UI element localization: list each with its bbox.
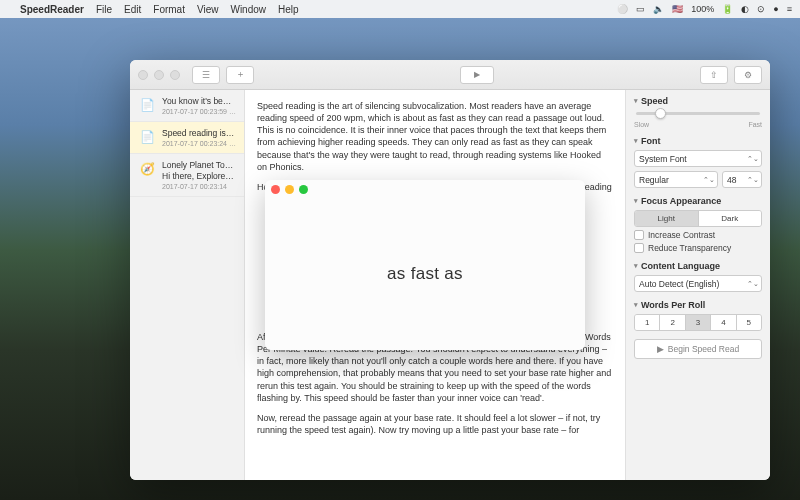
- paragraph: Now, reread the passage again at your ba…: [257, 412, 613, 436]
- slider-max-label: Fast: [748, 121, 762, 128]
- wpr-segmented: 1 2 3 4 5: [634, 314, 762, 331]
- app-name-menu[interactable]: SpeedReader: [20, 4, 84, 15]
- menu-file[interactable]: File: [96, 4, 112, 15]
- menu-edit[interactable]: Edit: [124, 4, 141, 15]
- sidebar-item[interactable]: 📄 You know it's been driven us from the …: [130, 90, 244, 122]
- menu-format[interactable]: Format: [153, 4, 185, 15]
- increase-contrast-checkbox[interactable]: [634, 230, 644, 240]
- play-icon: ▶: [657, 344, 664, 354]
- menu-help[interactable]: Help: [278, 4, 299, 15]
- sidebar-item-title: Speed reading is the art of silencing su…: [162, 128, 236, 138]
- sidebar-toggle-button[interactable]: ☰: [192, 66, 220, 84]
- status-icon-1[interactable]: ◐: [741, 4, 749, 14]
- speed-slider[interactable]: [636, 112, 760, 115]
- flag-icon[interactable]: 🇺🇸: [672, 4, 683, 14]
- sidebar: 📄 You know it's been driven us from the …: [130, 90, 245, 480]
- battery-text[interactable]: 100%: [691, 4, 714, 14]
- menu-view[interactable]: View: [197, 4, 219, 15]
- light-segment[interactable]: Light: [635, 211, 699, 226]
- font-size-select[interactable]: 48: [722, 171, 762, 188]
- battery-icon[interactable]: 🔋: [722, 4, 733, 14]
- dark-segment[interactable]: Dark: [699, 211, 762, 226]
- menu-window[interactable]: Window: [230, 4, 266, 15]
- language-select[interactable]: Auto Detect (English): [634, 275, 762, 292]
- settings-button[interactable]: ⚙: [734, 66, 762, 84]
- status-icon-3[interactable]: ●: [773, 4, 778, 14]
- slider-min-label: Slow: [634, 121, 649, 128]
- document-icon: 📄: [138, 128, 156, 146]
- sidebar-item-title: Lonely Planet To…: [162, 160, 236, 170]
- zoom-button[interactable]: [170, 70, 180, 80]
- focus-header[interactable]: Focus Appearance: [634, 196, 762, 206]
- sidebar-item-date: 2017-07-17 00:23:59 +0000: [162, 108, 236, 115]
- sidebar-item[interactable]: 🧭 Lonely Planet To… Hi there, Explore… 2…: [130, 154, 244, 196]
- speed-header[interactable]: Speed: [634, 96, 762, 106]
- checkbox-label: Reduce Transparency: [648, 243, 731, 253]
- wpr-header[interactable]: Words Per Roll: [634, 300, 762, 310]
- sidebar-item[interactable]: 📄 Speed reading is the art of silencing …: [130, 122, 244, 154]
- titlebar: ☰ ＋ ▶ ⇧ ⚙: [130, 60, 770, 90]
- wpr-4[interactable]: 4: [711, 315, 736, 330]
- wpr-1[interactable]: 1: [635, 315, 660, 330]
- sidebar-item-date: 2017-07-17 00:23:24 +0000: [162, 140, 236, 147]
- wifi-icon[interactable]: ⚪: [617, 4, 628, 14]
- sidebar-item-subtitle: Hi there, Explore…: [162, 171, 236, 181]
- overlay-close-button[interactable]: [271, 185, 280, 194]
- sidebar-item-title: You know it's been driven us from the ve…: [162, 96, 236, 106]
- appearance-segmented: Light Dark: [634, 210, 762, 227]
- font-family-select[interactable]: System Font: [634, 150, 762, 167]
- reduce-transparency-checkbox[interactable]: [634, 243, 644, 253]
- font-weight-select[interactable]: Regular: [634, 171, 718, 188]
- close-button[interactable]: [138, 70, 148, 80]
- language-header[interactable]: Content Language: [634, 261, 762, 271]
- document-icon: 📄: [138, 96, 156, 114]
- font-header[interactable]: Font: [634, 136, 762, 146]
- add-button[interactable]: ＋: [226, 66, 254, 84]
- status-icon-2[interactable]: ⊙: [757, 4, 765, 14]
- speed-read-text: as fast as: [265, 198, 585, 350]
- overlay-zoom-button[interactable]: [299, 185, 308, 194]
- slider-thumb[interactable]: [655, 108, 666, 119]
- overlay-minimize-button[interactable]: [285, 185, 294, 194]
- share-button[interactable]: ⇧: [700, 66, 728, 84]
- minimize-button[interactable]: [154, 70, 164, 80]
- sidebar-item-date: 2017-07-17 00:23:14: [162, 183, 236, 190]
- play-button[interactable]: ▶: [460, 66, 494, 84]
- safari-icon: 🧭: [138, 160, 156, 178]
- begin-speed-read-button[interactable]: ▶ Begin Speed Read: [634, 339, 762, 359]
- paragraph: Speed reading is the art of silencing su…: [257, 100, 613, 173]
- speed-read-overlay: as fast as: [265, 180, 585, 350]
- airplay-icon[interactable]: ▭: [636, 4, 645, 14]
- wpr-3[interactable]: 3: [686, 315, 711, 330]
- wpr-5[interactable]: 5: [737, 315, 761, 330]
- settings-panel: Speed Slow Fast Font System Font Regular…: [625, 90, 770, 480]
- menubar: SpeedReader File Edit Format View Window…: [0, 0, 800, 18]
- checkbox-label: Increase Contrast: [648, 230, 715, 240]
- volume-icon[interactable]: 🔈: [653, 4, 664, 14]
- wpr-2[interactable]: 2: [660, 315, 685, 330]
- menu-extras-icon[interactable]: ≡: [787, 4, 792, 14]
